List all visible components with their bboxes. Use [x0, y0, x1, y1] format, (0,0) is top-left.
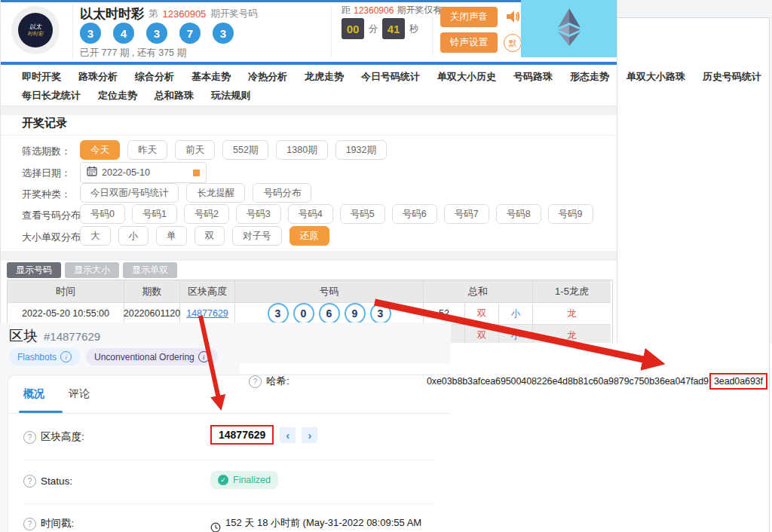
hash-value: 0xe03b8b3afcea69500408226e4d8b81c60a9879…: [427, 373, 767, 390]
view-tabs: 显示号码 显示大小 显示单双: [7, 262, 177, 278]
small-button[interactable]: 小: [118, 226, 149, 246]
draw-ball: 3: [80, 23, 101, 44]
default-ringtone-icon[interactable]: 默: [504, 34, 522, 52]
clock-icon: [210, 522, 221, 532]
next-block-button[interactable]: ›: [302, 427, 317, 443]
countdown-suffix: 期开奖仅有: [397, 4, 442, 17]
date-picker-input[interactable]: 2022-05-10: [80, 162, 207, 183]
period-1932-button[interactable]: 1932期: [335, 140, 387, 160]
hash-label-row: ? 哈希:: [249, 375, 290, 388]
nav-dragon-tiger-trend[interactable]: 龙虎走势: [305, 70, 344, 84]
table-row: 2022-05-20 10:55:00 20220601120 14877629…: [8, 302, 612, 324]
block-height-label-row: ? 区块高度:: [23, 430, 84, 444]
big-button[interactable]: 大: [80, 226, 111, 246]
lottery-title-row: 以太时时彩 第 12360905 期开奖号码: [80, 6, 258, 21]
info-icon[interactable]: i: [60, 351, 72, 362]
block-overview-card: 概况 评论 ? 区块高度: 14877629 ‹ › ? Status: ✓ F…: [8, 375, 451, 532]
header-divider-2: [331, 6, 332, 56]
section-gap: [1, 106, 617, 115]
number-6-button[interactable]: 号码6: [392, 204, 437, 224]
status-badge: ✓ Finalized: [210, 471, 278, 489]
restore-button[interactable]: 还原: [290, 226, 329, 246]
tab-show-numbers[interactable]: 显示号码: [7, 262, 61, 278]
col-block-height: 区块高度: [180, 280, 235, 302]
odd-button[interactable]: 单: [156, 226, 187, 246]
pair-button[interactable]: 对子号: [232, 226, 282, 246]
number-7-button[interactable]: 号码7: [444, 204, 489, 224]
ethereum-logo-icon: [556, 8, 582, 50]
nav-today-number-stats[interactable]: 今日号码统计: [361, 70, 420, 84]
nav-hot-cold-analysis[interactable]: 冷热分析: [248, 70, 287, 84]
nav-history-number-stats[interactable]: 历史号码统计: [703, 70, 761, 84]
period-552-button[interactable]: 552期: [222, 140, 268, 160]
question-icon[interactable]: ?: [23, 431, 36, 444]
kind-number-distribution-button[interactable]: 号码分布: [253, 183, 311, 203]
countdown-seconds: 41: [382, 18, 405, 39]
even-button[interactable]: 双: [195, 226, 225, 246]
filter-label-periods: 筛选期数：: [22, 145, 71, 158]
period-daybefore-button[interactable]: 前天: [175, 140, 215, 160]
logo-text-2: 时时彩: [28, 31, 44, 37]
date-value: 2022-05-10: [102, 167, 188, 178]
nav-daily-dragon-stats[interactable]: 每日长龙统计: [22, 89, 81, 102]
header-blue-line: [1, 62, 617, 65]
filter-label-date: 选择日期：: [22, 167, 71, 180]
number-3-button[interactable]: 号码3: [236, 204, 281, 224]
main-nav-row-1: 即时开奖 路珠分析 综合分析 基本走势 冷热分析 龙虎走势 今日号码统计 单双大…: [22, 70, 772, 84]
number-8-button[interactable]: 号码8: [496, 204, 541, 224]
status-label-row: ? Status:: [23, 475, 72, 488]
info-icon[interactable]: i: [198, 351, 210, 362]
tab-overview[interactable]: 概况: [23, 387, 44, 401]
countdown-label-row: 距 12360906 期开奖仅有: [342, 4, 442, 17]
number-9-button[interactable]: 号码9: [548, 204, 593, 224]
nav-play-rules[interactable]: 玩法规则: [211, 89, 250, 102]
block-tags: Flashbots i Unconventional Ordering i: [9, 348, 218, 365]
result-ball: 3: [268, 303, 289, 324]
unconventional-ordering-tag[interactable]: Unconventional Ordering i: [86, 348, 218, 365]
draw-progress: 已开 777 期 , 还有 375 期: [80, 47, 186, 60]
period-1380-button[interactable]: 1380期: [276, 140, 327, 160]
countdown-timer: 00 分 41 秒: [342, 18, 418, 39]
previous-block-button[interactable]: ‹: [280, 427, 296, 443]
nav-instant-draw[interactable]: 即时开奖: [22, 70, 61, 84]
status-value: Finalized: [233, 475, 271, 485]
nav-oddeven-bigsmall-roadbead[interactable]: 单双大小路珠: [626, 70, 685, 84]
period-today-button[interactable]: 今天: [80, 140, 120, 160]
nav-basic-trend[interactable]: 基本走势: [191, 70, 231, 84]
calendar-icon: [87, 166, 97, 179]
nav-pattern-trend[interactable]: 形态走势: [570, 70, 609, 84]
tab-show-bigsmall[interactable]: 显示大小: [65, 262, 119, 278]
filter-row-periods: 筛选期数： 今天 昨天 前天 552期 1380期 1932期: [1, 140, 617, 160]
bigsmall-options: 大 小 单 双 对子号 还原: [80, 226, 329, 246]
ring-settings-button[interactable]: 铃声设置: [440, 32, 498, 53]
nav-oddeven-bigsmall-history[interactable]: 单双大小历史: [437, 70, 496, 84]
nav-roadbead-analysis[interactable]: 路珠分析: [78, 70, 118, 84]
flashbots-tag[interactable]: Flashbots i: [9, 348, 80, 365]
kind-twoside-stats-button[interactable]: 今日双面/号码统计: [80, 183, 179, 203]
result-ball: 3: [370, 303, 391, 324]
period-yesterday-button[interactable]: 昨天: [127, 140, 167, 160]
tab-show-oddeven[interactable]: 显示单双: [123, 262, 177, 278]
question-icon[interactable]: ?: [23, 518, 36, 530]
tab-comments[interactable]: 评论: [69, 387, 90, 401]
block-title: 区块: [9, 326, 38, 346]
nav-comprehensive-analysis[interactable]: 综合分析: [135, 70, 174, 84]
question-icon[interactable]: ?: [23, 475, 36, 488]
nav-position-trend[interactable]: 定位走势: [98, 89, 137, 102]
number-1-button[interactable]: 号码1: [132, 204, 177, 224]
filter-label-kinds: 开奖种类：: [22, 188, 71, 201]
number-4-button[interactable]: 号码4: [288, 204, 333, 224]
mute-sound-button[interactable]: 关闭声音: [440, 7, 498, 27]
countdown-minutes: 00: [342, 18, 364, 39]
cell-time: 2022-05-20 10:55:00: [8, 302, 124, 324]
block-height-link[interactable]: 14877629: [186, 308, 228, 319]
cell-sum: 52: [424, 302, 465, 324]
number-0-button[interactable]: 号码0: [80, 204, 125, 224]
filter-row-kinds: 开奖种类： 今日双面/号码统计 长龙提醒 号码分布: [1, 183, 617, 203]
question-icon[interactable]: ?: [249, 375, 262, 388]
number-2-button[interactable]: 号码2: [184, 204, 229, 224]
nav-sum-roadbead[interactable]: 总和路珠: [155, 89, 194, 102]
nav-number-roadbead[interactable]: 号码路珠: [513, 70, 553, 84]
kind-dragon-alert-button[interactable]: 长龙提醒: [186, 183, 245, 203]
number-5-button[interactable]: 号码5: [340, 204, 385, 224]
